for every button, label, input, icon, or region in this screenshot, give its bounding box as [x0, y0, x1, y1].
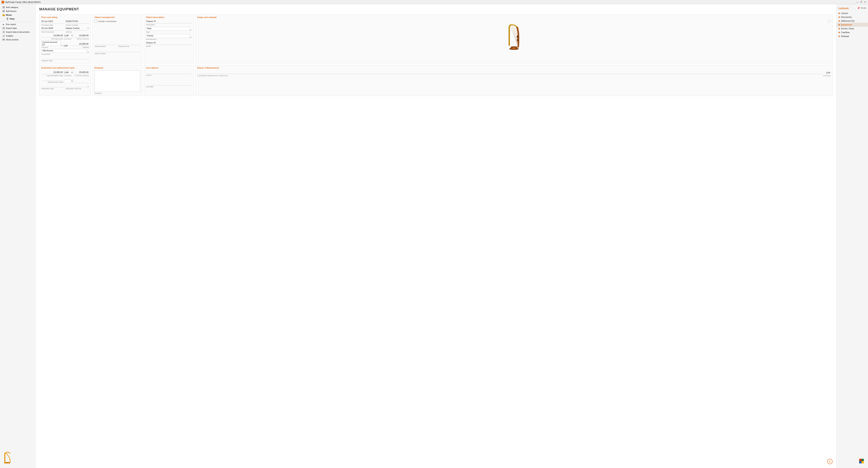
notepad-textarea[interactable]	[95, 70, 140, 92]
sidebar-item-music[interactable]: Music	[0, 13, 35, 17]
currency-select[interactable]: CHF	[64, 34, 73, 37]
replacement-currency-select[interactable]	[64, 79, 73, 83]
svg-rect-3	[4, 7, 5, 8]
disposal-date-input[interactable]	[95, 41, 117, 45]
estimation-done-by-input[interactable]	[66, 84, 87, 87]
include-succession-checkbox[interactable]	[95, 20, 97, 22]
description-label: Description	[146, 24, 191, 26]
title-bar-text: MyPrivate Family Office [Build 80287]	[5, 1, 40, 3]
disposal-note-input[interactable]	[118, 41, 140, 45]
estimated-currency-label: Currency	[64, 74, 73, 76]
description-input[interactable]: Trainon 47	[146, 20, 191, 23]
right-sidebar-title: Leisure	[838, 6, 849, 10]
sold-by-label: Sold by	[66, 31, 87, 33]
right-nav-addresses[interactable]: Addresses [G]	[837, 19, 868, 23]
music-label: Music	[6, 14, 12, 16]
cumulated-cost-input[interactable]	[197, 70, 822, 74]
nav-back-button[interactable]	[827, 459, 833, 464]
svg-rect-28	[4, 453, 5, 463]
sold-by-dropdown-icon[interactable]: ▼	[87, 28, 89, 29]
repair-maintenance-section: Repair & Maintenance CHF Cumulated maint…	[195, 65, 833, 96]
bottom-harp-logo	[0, 449, 35, 467]
account-dropdown-icon[interactable]: ▼	[61, 44, 62, 46]
font-size-control[interactable]: Aa aa	[861, 7, 866, 9]
sidebar-item-insights[interactable]: Insights	[0, 34, 35, 38]
household-input[interactable]: Villa Acacia	[41, 49, 87, 53]
image-placeholder-box[interactable]	[828, 20, 831, 23]
minimize-button[interactable]: —	[856, 1, 859, 4]
svg-rect-6	[3, 11, 3, 12]
last-estimated-value[interactable]: 20,000.00	[41, 71, 63, 74]
ms-office-icon[interactable]	[859, 459, 864, 464]
type-label: Type	[146, 31, 190, 33]
payment-date-input[interactable]	[41, 56, 89, 59]
object-management-title: Object management	[95, 16, 140, 19]
lent-to-input[interactable]	[146, 70, 191, 74]
sidebar-item-show-archive[interactable]: Show archive	[0, 38, 35, 41]
right-nav-events[interactable]: Events / Diary	[837, 27, 868, 30]
purchase-date-input[interactable]: 20 Jun 2022	[41, 20, 65, 24]
model-label: Model	[146, 45, 191, 47]
lent-date-input[interactable]	[146, 82, 191, 85]
estimation-date-input[interactable]	[41, 84, 65, 87]
add-leisure-label: Add leisure	[6, 10, 17, 12]
page-title: MANAGE EQUIPMENT	[39, 7, 833, 11]
sold-by-input[interactable]: Harpes Camac	[66, 27, 87, 31]
show-archive-label: Show archive	[6, 38, 19, 41]
main-content: MANAGE EQUIPMENT Price and rating 20 Jun…	[35, 4, 836, 468]
svg-rect-52	[511, 46, 516, 47]
harp-nav-icon	[6, 18, 9, 20]
insights-icon	[2, 34, 5, 37]
object-description-section: Object description Trainon 47 Descriptio…	[144, 14, 194, 63]
estimated-value-title: Estimated and replacement value	[41, 67, 89, 69]
estimated-currency-select[interactable]: CHF	[64, 70, 73, 74]
sidebar-item-harp[interactable]: Harp	[0, 17, 35, 21]
right-nav-cashflow[interactable]: Cashflow	[837, 30, 868, 34]
sidebar-item-export-data[interactable]: Export data	[0, 26, 35, 30]
invoice-number-label: Invoice number	[66, 24, 89, 26]
replacement-value-input[interactable]	[41, 77, 63, 81]
estimation-date-label: Estimation date	[41, 88, 65, 90]
export-docs-label: Export data & documents	[6, 31, 30, 33]
model-input[interactable]: Trianon 47	[146, 41, 191, 45]
right-nav-documents[interactable]: Documents	[837, 15, 868, 19]
maximize-button[interactable]: ❐	[860, 1, 863, 4]
svg-rect-22	[3, 35, 4, 37]
close-button[interactable]: ✕	[863, 1, 866, 4]
right-nav-notepad[interactable]: Notepad	[837, 34, 868, 38]
estimated-value-section: Estimated and replacement value 20,000.0…	[39, 65, 91, 96]
pin-icon[interactable]: 📌	[857, 7, 860, 9]
account-currency: CHF	[63, 44, 70, 48]
purchase-price-value[interactable]: 23,000.00	[41, 34, 63, 37]
sidebar-item-export-docs[interactable]: Export data & documents	[0, 30, 35, 34]
addresses-bullet	[838, 20, 840, 22]
right-nav-equipment[interactable]: Equipment	[837, 23, 868, 27]
debited-value[interactable]: 23,000.00	[71, 42, 89, 46]
notepad-section: Notepad Notepad	[92, 65, 142, 96]
currency-label: Currency	[64, 38, 73, 40]
invoice-number-input[interactable]: 52362737/53	[66, 20, 89, 24]
sidebar-item-run-report[interactable]: ▶ Run report	[0, 22, 35, 26]
svg-rect-53	[859, 459, 862, 461]
events-bullet	[838, 28, 840, 29]
disposal-note-label: Disposal note	[118, 45, 140, 47]
sidebar-item-add-leisure[interactable]: Add leisure	[0, 9, 35, 13]
sidebar-item-add-category[interactable]: Add category	[0, 5, 35, 9]
right-nav-leisure[interactable]: Leisure	[837, 11, 868, 15]
purchase-date-label: Purchase date	[41, 24, 65, 26]
warranty-date-input[interactable]: 20 Jun 2028	[41, 27, 65, 31]
estimation-done-by-dropdown[interactable]: ▼	[87, 86, 89, 88]
manufacturer-dropdown-icon[interactable]: ▼	[190, 37, 191, 38]
household-dropdown-icon[interactable]: ▼	[87, 52, 89, 53]
equipment-bullet	[838, 24, 840, 26]
type-dropdown-icon[interactable]: ▼	[190, 29, 191, 31]
account-input[interactable]: Current account [CI	[41, 40, 61, 46]
image-notepad-title: Image and notepad	[197, 16, 831, 19]
household-label: Household	[41, 53, 87, 55]
repair-maintenance-title: Repair & Maintenance	[197, 67, 831, 69]
serial-number-input[interactable]	[95, 49, 140, 52]
type-input[interactable]: Harp	[146, 27, 190, 31]
serial-number-label: Serial number	[95, 53, 140, 55]
manufacturer-input[interactable]: Camac	[146, 34, 190, 38]
svg-rect-2	[3, 7, 3, 8]
